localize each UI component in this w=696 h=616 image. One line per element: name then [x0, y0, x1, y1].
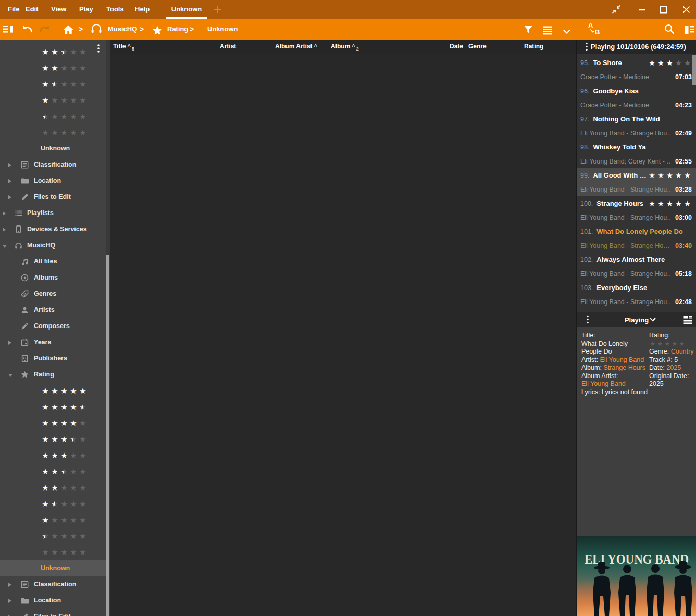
queue-track[interactable]: 100.Strange Hours★★★★★Eli Young Band - S… — [577, 196, 696, 224]
details-link[interactable]: 2025 — [666, 364, 681, 371]
sidebar-rating-1-stars[interactable]: ★★★★★ — [0, 92, 106, 108]
maximize-button[interactable] — [657, 3, 669, 16]
sidebar-rating-2-stars[interactable]: ★★★★★ — [0, 480, 106, 496]
sidebar-item-rating[interactable]: Rating — [0, 367, 106, 383]
sidebar-item-artists[interactable]: Artists — [0, 302, 106, 318]
sidebar-item-years[interactable]: Years — [0, 334, 106, 350]
sidebar-rating-2.5-stars[interactable]: ★★★★★ — [0, 44, 106, 60]
queue-track[interactable]: 96.Goodbye KissGrace Potter - Medicine04… — [577, 84, 696, 112]
column-header-title[interactable]: Title^5 — [113, 40, 134, 54]
sidebar-item-all-files[interactable]: All files — [0, 254, 106, 270]
queue-track[interactable]: 103.Everybody ElseEli Young Band - Stran… — [577, 281, 696, 309]
chevron-down-icon[interactable] — [649, 317, 656, 322]
breadcrumb-unknown[interactable]: Unknown — [207, 19, 238, 40]
chevron-collapsed-icon[interactable] — [8, 163, 11, 167]
layout-switch-icon[interactable] — [683, 315, 693, 324]
sidebar-item-devices-services[interactable]: Devices & Services — [0, 221, 106, 237]
filter-icon[interactable] — [523, 23, 533, 36]
minimize-button[interactable] — [636, 3, 648, 16]
menu-tools[interactable]: Tools — [106, 0, 124, 19]
chevron-collapsed-icon[interactable] — [3, 228, 6, 232]
sidebar-item-classification[interactable]: Classification — [0, 576, 106, 593]
chevron-expanded-icon[interactable] — [3, 245, 7, 248]
tab-unknown[interactable]: Unknown — [166, 0, 207, 19]
home-icon[interactable] — [63, 23, 74, 36]
view-list-icon[interactable] — [542, 24, 553, 36]
sidebar-item-location[interactable]: Location — [0, 593, 106, 609]
column-header-rating[interactable]: Rating — [524, 40, 543, 54]
sidebar-item-publishers[interactable]: Publishers — [0, 350, 106, 367]
column-header-album-artist[interactable]: Album Artist^ — [275, 40, 317, 54]
panel-layout-icon[interactable] — [684, 23, 694, 36]
chevron-collapsed-icon[interactable] — [8, 583, 11, 587]
column-header-date[interactable]: Date — [450, 40, 463, 54]
sidebar-item-location[interactable]: Location — [0, 173, 106, 189]
headphones-icon[interactable] — [90, 22, 103, 35]
sidebar-item-unknown[interactable]: Unknown — [0, 141, 106, 157]
sidebar-item-playlists[interactable]: Playlists — [0, 205, 106, 221]
sidebar-scrollbar-thumb[interactable] — [106, 255, 109, 616]
new-tab-button[interactable] — [212, 4, 223, 15]
queue-track[interactable]: 98.Whiskey Told YaEli Young Band; Corey … — [577, 140, 696, 168]
column-header-artist[interactable]: Artist — [220, 40, 236, 54]
sidebar-options-icon[interactable] — [95, 44, 102, 54]
sidebar-rating-2-stars[interactable]: ★★★★★ — [0, 60, 106, 76]
compact-button[interactable] — [611, 3, 622, 16]
sidebar-item-genres[interactable]: Genres — [0, 286, 106, 302]
sidebar-rating-1-stars[interactable]: ★★★★★ — [0, 512, 106, 528]
playing-options-icon[interactable] — [583, 42, 590, 52]
sidebar-item-files-to-edit[interactable]: Files to Edit — [0, 189, 106, 205]
close-button[interactable] — [680, 3, 692, 16]
details-link[interactable]: Country — [671, 348, 694, 355]
sidebar-rating-1.5-stars[interactable]: ★★★★★ — [0, 496, 106, 512]
details-link[interactable]: Strange Hours — [603, 364, 645, 371]
sidebar-item-classification[interactable]: Classification — [0, 157, 106, 173]
menu-view[interactable]: View — [51, 0, 66, 19]
menu-play[interactable]: Play — [79, 0, 93, 19]
menu-edit[interactable]: Edit — [26, 0, 39, 19]
sidebar-item-composers[interactable]: Composers — [0, 318, 106, 334]
column-header-album[interactable]: Album^2 — [331, 40, 359, 54]
chevron-down-icon[interactable] — [563, 26, 571, 38]
queue-track[interactable]: 97.Nothing On The WildEli Young Band - S… — [577, 112, 696, 140]
chevron-collapsed-icon[interactable] — [8, 179, 11, 183]
chevron-collapsed-icon[interactable] — [3, 211, 6, 216]
sidebar-rating-2.5-stars[interactable]: ★★★★★ — [0, 463, 106, 480]
queue-track[interactable]: 99.All Good With …★★★★★Eli Young Band - … — [577, 168, 696, 196]
details-link[interactable]: Eli Young Band — [600, 356, 644, 363]
sidebar-item-files-to-edit[interactable]: Files to Edit — [0, 609, 106, 616]
menu-file[interactable]: File — [8, 0, 19, 19]
sidebar-rating-3.5-stars[interactable]: ★★★★★ — [0, 431, 106, 447]
redo-icon[interactable] — [39, 23, 51, 35]
sidebar: ★★★★★★★★★★★★★★★★★★★★★★★★★★★★★★UnknownCla… — [0, 40, 110, 616]
sidebar-item-albums[interactable]: Albums — [0, 270, 106, 286]
search-icon[interactable] — [664, 23, 675, 35]
chevron-collapsed-icon[interactable] — [8, 195, 11, 199]
sidebar-rating-0-stars[interactable]: ★★★★★ — [0, 544, 106, 560]
media-tree-toggle-icon[interactable] — [3, 23, 14, 35]
sidebar-rating-3-stars[interactable]: ★★★★★ — [0, 447, 106, 463]
sidebar-rating-5-stars[interactable]: ★★★★★ — [0, 383, 106, 399]
chevron-collapsed-icon[interactable] — [8, 341, 11, 345]
sidebar-rating-4-stars[interactable]: ★★★★★ — [0, 415, 106, 431]
sidebar-item-musichq[interactable]: MusicHQ — [0, 237, 106, 254]
sidebar-rating-0-stars[interactable]: ★★★★★ — [0, 124, 106, 141]
undo-icon[interactable] — [21, 23, 33, 35]
sidebar-rating-1.5-stars[interactable]: ★★★★★ — [0, 76, 106, 92]
queue-track[interactable]: 102.Always Almost ThereEli Young Band - … — [577, 253, 696, 281]
column-header-genre[interactable]: Genre — [468, 40, 487, 54]
menu-help[interactable]: Help — [135, 0, 150, 19]
queue-track[interactable]: 101.What Do Lonely People DoEli Young Ba… — [577, 224, 696, 253]
chevron-collapsed-icon[interactable] — [8, 599, 11, 603]
breadcrumb-rating[interactable]: Rating — [167, 19, 188, 40]
sidebar-item-unknown[interactable]: Unknown — [0, 560, 106, 576]
breadcrumb-musichq[interactable]: MusicHQ — [108, 19, 137, 40]
queue-track[interactable]: 95.To Shore★★★★★Grace Potter - Medicine0… — [577, 56, 696, 84]
details-link[interactable]: Eli Young Band — [581, 380, 626, 387]
now-playing-title[interactable]: Playing — [577, 316, 696, 324]
sort-alpha-icon[interactable]: A B — [587, 22, 602, 34]
sidebar-rating-0.5-stars[interactable]: ★★★★★ — [0, 108, 106, 124]
chevron-expanded-icon[interactable] — [8, 374, 13, 377]
sidebar-rating-0.5-stars[interactable]: ★★★★★ — [0, 528, 106, 544]
sidebar-rating-4.5-stars[interactable]: ★★★★★ — [0, 399, 106, 415]
